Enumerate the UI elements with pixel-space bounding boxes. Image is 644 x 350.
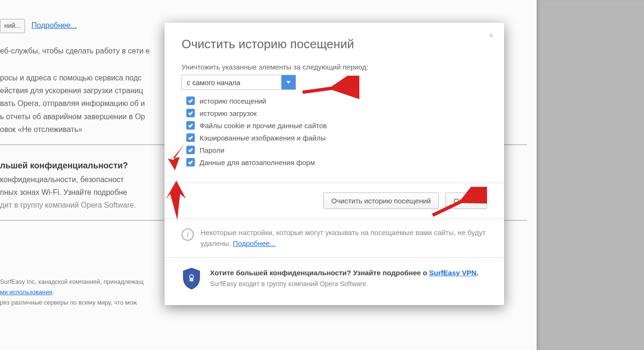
close-icon[interactable]: × [488, 31, 494, 40]
checkmark-icon [186, 96, 195, 105]
checkmark-icon [186, 146, 195, 154]
checkbox-cached-images[interactable]: Кэшированные изображения и файлы [186, 133, 487, 142]
checkbox-label: Данные для автозаполнения форм [200, 158, 315, 166]
chevron-down-icon [281, 75, 296, 89]
checkmark-icon [186, 121, 195, 130]
surfeasy-link[interactable]: SurfEasy VPN [429, 269, 477, 277]
checkbox-label: Файлы cookie и прочие данные сайтов [200, 122, 327, 130]
checkbox-passwords[interactable]: Пароли [186, 146, 487, 154]
checkmark-icon [186, 158, 195, 166]
period-select[interactable]: с самого начала [182, 75, 296, 90]
checkbox-label: Кэшированные изображения и файлы [200, 134, 326, 142]
checkbox-cookies[interactable]: Файлы cookie и прочие данные сайтов [186, 121, 487, 130]
checkbox-download-history[interactable]: историю загрузок [186, 109, 487, 117]
cancel-button[interactable]: Отмена [445, 192, 487, 209]
checkmark-icon [186, 133, 195, 142]
info-text: Некоторые настройки, которые могут указы… [200, 228, 487, 249]
footer-terms-link[interactable]: ми использования [0, 289, 52, 296]
period-label: Уничтожить указанные элементы за следующ… [182, 63, 487, 71]
info-more-link[interactable]: Подробнее... [233, 239, 276, 247]
info-icon: i [182, 228, 194, 241]
svg-rect-1 [190, 278, 193, 281]
dialog-footer: Очистить историю посещений Отмена [165, 183, 504, 219]
checkbox-list: историю посещений историю загрузок Файлы… [186, 96, 487, 166]
checkmark-icon [186, 109, 195, 117]
info-section: i Некоторые настройки, которые могут ука… [165, 219, 504, 257]
vpn-text: Хотите большей конфиденциальности? Узнай… [210, 267, 479, 289]
checkbox-browsing-history[interactable]: историю посещений [186, 96, 487, 105]
right-side-panel [537, 0, 644, 350]
period-select-value: с самого начала [182, 75, 281, 89]
shield-icon [182, 267, 201, 292]
dialog-title: Очистить историю посещений [182, 37, 487, 52]
checkbox-label: историю загрузок [200, 109, 257, 117]
clear-history-button[interactable]: Очистить историю посещений [323, 192, 439, 209]
checkbox-label: историю посещений [200, 97, 266, 105]
vpn-section: Хотите большей конфиденциальности? Узнай… [165, 257, 504, 305]
settings-partial-button[interactable]: ний... [0, 19, 25, 33]
vpn-subtext: SurfEasy входит в группу компаний Opera … [210, 279, 479, 289]
clear-history-dialog: × Очистить историю посещений Уничтожить … [165, 23, 504, 305]
checkbox-label: Пароли [200, 146, 225, 154]
learn-more-link[interactable]: Подробнее... [31, 21, 77, 29]
checkbox-autofill[interactable]: Данные для автозаполнения форм [186, 158, 487, 166]
